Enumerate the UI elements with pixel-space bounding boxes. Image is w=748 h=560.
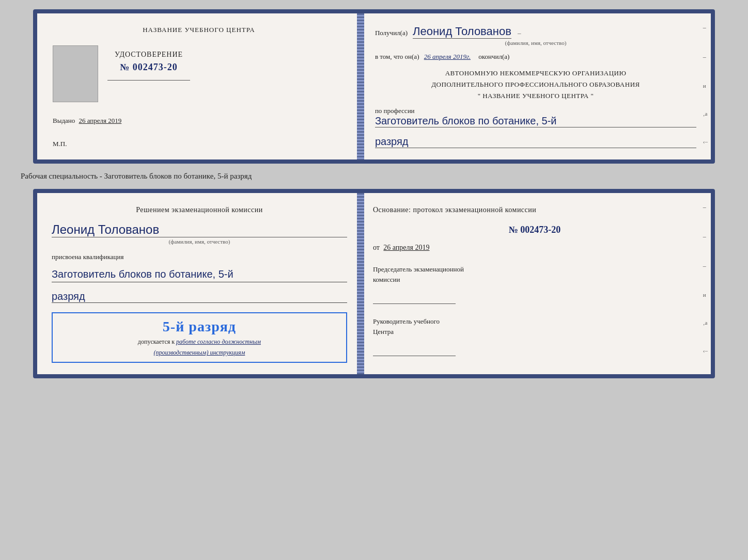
org-line2: ДОПОЛНИТЕЛЬНОГО ПРОФЕССИОНАЛЬНОГО ОБРАЗО… xyxy=(375,79,696,90)
side-marks-top: – – и ‚а ‹– – – – – xyxy=(703,24,708,164)
date-completed: 26 апреля 2019г. xyxy=(424,53,471,60)
spine-divider xyxy=(357,13,364,159)
mp-label: М.П. xyxy=(53,135,345,148)
chairman-signature xyxy=(373,292,456,304)
org-line1: АВТОНОМНУЮ НЕКОММЕРЧЕСКУЮ ОРГАНИЗАЦИЮ xyxy=(375,68,696,79)
chairman-text2: комиссии xyxy=(373,276,400,283)
from-prefix: от xyxy=(373,244,380,251)
commission-title: Решением экзаменационной комиссии xyxy=(52,204,347,215)
separator-label: Рабочая специальность - Заготовитель бло… xyxy=(10,172,252,181)
inthat-line: в том, что он(а) 26 апреля 2019г. окончи… xyxy=(375,51,696,62)
stamp-allowed-text: допускается к работе согласно должностны… xyxy=(138,338,261,346)
received-block: Получил(а) Леонид Толованов – (фамилия, … xyxy=(375,25,696,46)
issued-line: Выдано 26 апреля 2019 xyxy=(53,117,345,125)
assigned-label: присвоена квалификация xyxy=(52,253,347,261)
stamp-rank: 5-й разряд xyxy=(163,318,236,335)
inthat-prefix: в том, что он(а) xyxy=(375,53,419,60)
cert-number: № 002473-20 xyxy=(120,62,178,73)
top-left-panel: НАЗВАНИЕ УЧЕБНОГО ЦЕНТРА УДОСТОВЕРЕНИЕ №… xyxy=(37,13,361,159)
director-text1: Руководитель учебного xyxy=(373,317,440,325)
profession-block: по профессии Заготовитель блоков по бота… xyxy=(375,107,696,127)
cert-label: УДОСТОВЕРЕНИЕ xyxy=(115,51,183,59)
bottom-document: Решением экзаменационной комиссии Леонид… xyxy=(33,189,715,378)
basis-label: Основание: протокол экзаменационной коми… xyxy=(373,204,696,215)
stamp-instructions-text: (производственным) инструкциям xyxy=(154,349,245,357)
issued-date: 26 апреля 2019 xyxy=(79,117,122,124)
stamp-work: работе согласно должностным xyxy=(176,338,261,345)
from-date-line: от 26 апреля 2019 xyxy=(373,244,696,252)
training-center-title: НАЗВАНИЕ УЧЕБНОГО ЦЕНТРА xyxy=(53,25,345,35)
stamp-allowed-prefix: допускается к xyxy=(138,338,175,345)
director-text2: Центра xyxy=(373,328,394,335)
bottom-profession-block: Заготовитель блоков по ботанике, 5-й xyxy=(52,266,347,282)
protocol-number: № 002473-20 xyxy=(373,225,696,235)
from-date-value: 26 апреля 2019 xyxy=(383,244,429,251)
bottom-rank-block: разряд xyxy=(52,287,347,303)
cert-info: УДОСТОВЕРЕНИЕ № 002473-20 xyxy=(107,51,190,81)
received-prefix: Получил(а) xyxy=(375,29,408,37)
bottom-rank-value: разряд xyxy=(52,291,347,303)
org-block: АВТОНОМНУЮ НЕКОММЕРЧЕСКУЮ ОРГАНИЗАЦИЮ ДО… xyxy=(375,68,696,102)
top-document: НАЗВАНИЕ УЧЕБНОГО ЦЕНТРА УДОСТОВЕРЕНИЕ №… xyxy=(33,9,715,164)
fio-label-bottom: (фамилия, имя, отчество) xyxy=(52,238,347,245)
top-right-panel: Получил(а) Леонид Толованов – (фамилия, … xyxy=(361,13,711,159)
completed-suffix: окончил(а) xyxy=(478,53,509,60)
issued-label: Выдано xyxy=(53,117,75,124)
rank-block: разряд xyxy=(375,133,696,148)
commission-name-block: Леонид Толованов (фамилия, имя, отчество… xyxy=(52,220,347,245)
stamp-instructions: (производственным) инструкциям xyxy=(154,349,245,356)
spine-divider-bottom xyxy=(357,193,364,374)
chairman-text1: Председатель экзаменационной xyxy=(373,265,464,273)
received-name: Леонид Толованов xyxy=(413,25,511,39)
bottom-profession-value: Заготовитель блоков по ботанике, 5-й xyxy=(52,266,347,282)
profession-value: Заготовитель блоков по ботанике, 5-й xyxy=(375,115,696,127)
fio-label-top: (фамилия, имя, отчество) xyxy=(375,40,696,46)
profession-label: по профессии xyxy=(375,107,696,115)
director-signature xyxy=(373,344,456,356)
stamp-box: 5-й разряд допускается к работе согласно… xyxy=(52,312,347,363)
bottom-left-panel: Решением экзаменационной комиссии Леонид… xyxy=(37,193,361,374)
director-label: Руководитель учебного Центра xyxy=(373,316,696,337)
rank-value-top: разряд xyxy=(375,136,696,148)
photo-cert-row: УДОСТОВЕРЕНИЕ № 002473-20 xyxy=(53,45,345,102)
commission-name: Леонид Толованов xyxy=(52,222,347,237)
bottom-right-panel: Основание: протокол экзаменационной коми… xyxy=(361,193,711,374)
org-line3: " НАЗВАНИЕ УЧЕБНОГО ЦЕНТРА " xyxy=(375,90,696,102)
chairman-label: Председатель экзаменационной комиссии xyxy=(373,264,696,284)
photo-placeholder xyxy=(53,45,98,102)
side-marks-bottom: – – – и ‚а ‹– – – – – – xyxy=(703,203,708,378)
